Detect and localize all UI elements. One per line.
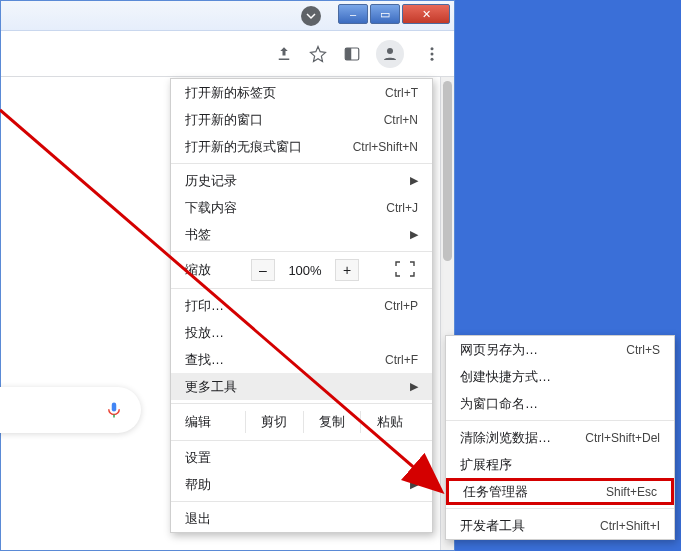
- zoom-out-button[interactable]: –: [251, 259, 275, 281]
- paste-button[interactable]: 粘贴: [360, 411, 418, 433]
- menu-shortcut: Ctrl+P: [384, 299, 418, 313]
- menu-label: 下载内容: [185, 199, 237, 217]
- browser-toolbar: [1, 31, 454, 77]
- menu-shortcut: Ctrl+N: [384, 113, 418, 127]
- profile-button[interactable]: [376, 40, 404, 68]
- star-icon: [309, 45, 327, 63]
- menu-label: 任务管理器: [463, 483, 528, 501]
- close-icon: ✕: [422, 8, 431, 21]
- menu-separator: [171, 288, 432, 289]
- menu-settings[interactable]: 设置: [171, 444, 432, 471]
- svg-rect-6: [112, 403, 117, 412]
- menu-shortcut: Ctrl+Shift+N: [353, 140, 418, 154]
- menu-label: 为窗口命名…: [460, 395, 538, 413]
- menu-label: 书签: [185, 226, 211, 244]
- menu-separator: [446, 420, 674, 421]
- share-button[interactable]: [274, 44, 294, 64]
- search-bar-fragment[interactable]: [0, 387, 141, 433]
- share-icon: [275, 45, 293, 63]
- submenu-task-manager[interactable]: 任务管理器Shift+Esc: [446, 478, 674, 505]
- mic-icon: [105, 399, 123, 421]
- submenu-create-shortcut[interactable]: 创建快捷方式…: [446, 363, 674, 390]
- submenu-extensions[interactable]: 扩展程序: [446, 451, 674, 478]
- menu-shortcut: Ctrl+Shift+Del: [585, 431, 660, 445]
- zoom-value: 100%: [281, 263, 329, 278]
- menu-shortcut: Ctrl+F: [385, 353, 418, 367]
- window-controls: – ▭ ✕: [338, 4, 450, 24]
- scrollbar-thumb[interactable]: [443, 81, 452, 261]
- menu-label: 退出: [185, 510, 211, 528]
- submenu-developer-tools[interactable]: 开发者工具Ctrl+Shift+I: [446, 512, 674, 539]
- menu-label: 开发者工具: [460, 517, 525, 535]
- copy-button[interactable]: 复制: [303, 411, 361, 433]
- menu-label: 历史记录: [185, 172, 237, 190]
- minimize-icon: –: [350, 8, 356, 20]
- close-button[interactable]: ✕: [402, 4, 450, 24]
- menu-label: 打开新的无痕式窗口: [185, 138, 302, 156]
- chevron-down-icon: [306, 11, 316, 21]
- menu-help[interactable]: 帮助▶: [171, 471, 432, 498]
- more-tools-submenu: 网页另存为…Ctrl+S 创建快捷方式… 为窗口命名… 清除浏览数据…Ctrl+…: [445, 335, 675, 540]
- menu-separator: [171, 403, 432, 404]
- menu-bookmarks[interactable]: 书签▶: [171, 221, 432, 248]
- menu-cast[interactable]: 投放…: [171, 319, 432, 346]
- submenu-clear-browsing-data[interactable]: 清除浏览数据…Ctrl+Shift+Del: [446, 424, 674, 451]
- menu-new-tab[interactable]: 打开新的标签页Ctrl+T: [171, 79, 432, 106]
- maximize-button[interactable]: ▭: [370, 4, 400, 24]
- minimize-button[interactable]: –: [338, 4, 368, 24]
- menu-shortcut: Ctrl+S: [626, 343, 660, 357]
- bookmark-star-button[interactable]: [308, 44, 328, 64]
- menu-separator: [446, 508, 674, 509]
- customize-menu-button[interactable]: [418, 40, 446, 68]
- fullscreen-button[interactable]: [394, 260, 418, 280]
- menu-label: 清除浏览数据…: [460, 429, 551, 447]
- menu-separator: [171, 501, 432, 502]
- person-icon: [381, 45, 399, 63]
- menu-print[interactable]: 打印…Ctrl+P: [171, 292, 432, 319]
- menu-separator: [171, 251, 432, 252]
- submenu-name-window[interactable]: 为窗口命名…: [446, 390, 674, 417]
- menu-label: 打印…: [185, 297, 224, 315]
- maximize-icon: ▭: [380, 8, 390, 21]
- menu-shortcut: Ctrl+T: [385, 86, 418, 100]
- menu-label: 设置: [185, 449, 211, 467]
- svg-point-4: [431, 52, 434, 55]
- menu-shortcut: Ctrl+J: [386, 201, 418, 215]
- menu-label: 网页另存为…: [460, 341, 538, 359]
- menu-shortcut: Ctrl+Shift+I: [600, 519, 660, 533]
- menu-shortcut: Shift+Esc: [606, 485, 657, 499]
- tab-dropdown-button[interactable]: [301, 6, 321, 26]
- fullscreen-icon: [394, 260, 416, 278]
- chrome-main-menu: 打开新的标签页Ctrl+T 打开新的窗口Ctrl+N 打开新的无痕式窗口Ctrl…: [170, 78, 433, 533]
- side-panel-button[interactable]: [342, 44, 362, 64]
- menu-label: 打开新的标签页: [185, 84, 276, 102]
- menu-label: 查找…: [185, 351, 224, 369]
- menu-incognito[interactable]: 打开新的无痕式窗口Ctrl+Shift+N: [171, 133, 432, 160]
- submenu-arrow-icon: ▶: [410, 174, 418, 187]
- svg-point-2: [387, 48, 393, 54]
- svg-point-5: [431, 57, 434, 60]
- window-titlebar: – ▭ ✕: [1, 1, 454, 31]
- menu-separator: [171, 163, 432, 164]
- cut-button[interactable]: 剪切: [245, 411, 303, 433]
- menu-downloads[interactable]: 下载内容Ctrl+J: [171, 194, 432, 221]
- zoom-label: 缩放: [185, 261, 245, 279]
- menu-label: 投放…: [185, 324, 224, 342]
- side-panel-icon: [343, 45, 361, 63]
- zoom-in-button[interactable]: +: [335, 259, 359, 281]
- menu-exit[interactable]: 退出: [171, 505, 432, 532]
- submenu-save-page-as[interactable]: 网页另存为…Ctrl+S: [446, 336, 674, 363]
- menu-separator: [171, 440, 432, 441]
- menu-find[interactable]: 查找…Ctrl+F: [171, 346, 432, 373]
- submenu-arrow-icon: ▶: [410, 380, 418, 393]
- menu-label: 打开新的窗口: [185, 111, 263, 129]
- menu-more-tools[interactable]: 更多工具▶: [171, 373, 432, 400]
- edit-label: 编辑: [185, 413, 245, 431]
- menu-label: 创建快捷方式…: [460, 368, 551, 386]
- svg-point-3: [431, 47, 434, 50]
- submenu-arrow-icon: ▶: [410, 478, 418, 491]
- menu-edit-row: 编辑 剪切 复制 粘贴: [171, 407, 432, 437]
- more-vertical-icon: [423, 45, 441, 63]
- menu-history[interactable]: 历史记录▶: [171, 167, 432, 194]
- menu-new-window[interactable]: 打开新的窗口Ctrl+N: [171, 106, 432, 133]
